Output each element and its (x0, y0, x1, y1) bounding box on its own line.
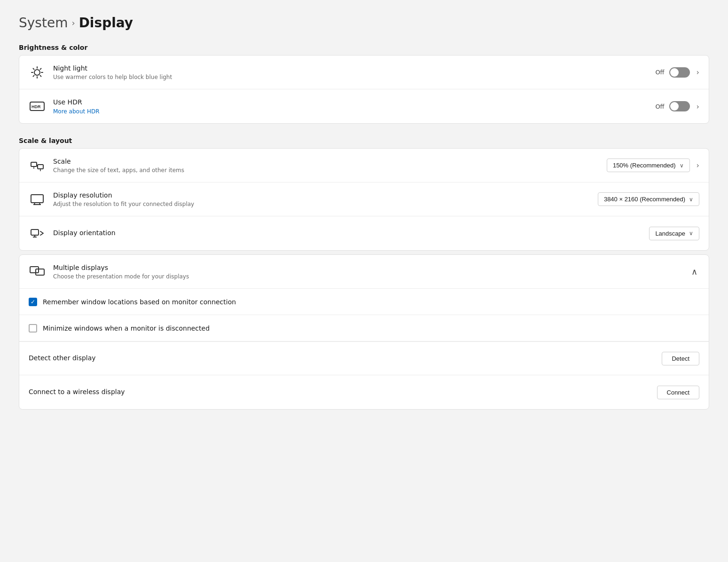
section-label-brightness: Brightness & color (19, 44, 709, 51)
resolution-content: Display resolution Adjust the resolution… (53, 191, 598, 208)
multiple-displays-content: Multiple displays Choose the presentatio… (53, 263, 689, 280)
scale-subtitle: Change the size of text, apps, and other… (53, 167, 607, 174)
remember-window-label: Remember window locations based on monit… (43, 298, 236, 306)
breadcrumb-chevron: › (71, 18, 75, 28)
resolution-dropdown-chevron: ∨ (689, 196, 693, 203)
multiple-displays-header: Multiple displays Choose the presentatio… (19, 255, 709, 289)
hdr-content: Use HDR More about HDR (53, 98, 655, 115)
night-light-content: Night light Use warmer colors to help bl… (53, 64, 655, 81)
scale-content: Scale Change the size of text, apps, and… (53, 157, 607, 174)
orientation-icon (29, 225, 46, 242)
night-light-controls: Off › (655, 67, 699, 78)
svg-line-7 (40, 68, 41, 69)
svg-text:HDR: HDR (31, 104, 41, 109)
hdr-row: HDR Use HDR More about HDR Off › (19, 89, 709, 123)
hdr-controls: Off › (655, 101, 699, 111)
hdr-toggle[interactable] (669, 101, 690, 111)
night-light-row: Night light Use warmer colors to help bl… (19, 55, 709, 89)
orientation-row: Display orientation Landscape ∨ (19, 216, 709, 250)
svg-rect-12 (38, 165, 43, 169)
scale-layout-card: Scale Change the size of text, apps, and… (19, 148, 709, 251)
hdr-title: Use HDR (53, 98, 655, 107)
orientation-dropdown[interactable]: Landscape ∨ (649, 227, 699, 240)
multiple-displays-icon (29, 263, 46, 280)
brightness-color-card: Night light Use warmer colors to help bl… (19, 55, 709, 124)
svg-line-5 (33, 68, 34, 69)
scale-chevron[interactable]: › (697, 161, 699, 170)
svg-rect-23 (36, 269, 44, 275)
section-label-scale: Scale & layout (19, 137, 709, 144)
connect-wireless-content: Connect to a wireless display (29, 388, 657, 397)
resolution-icon (29, 191, 46, 208)
hdr-toggle-label: Off (655, 103, 664, 110)
scale-controls: 150% (Recommended) ∨ › (607, 158, 699, 172)
multiple-displays-title: Multiple displays (53, 263, 689, 273)
minimize-windows-row: Minimize windows when a monitor is disco… (19, 315, 709, 341)
orientation-dropdown-chevron: ∨ (689, 230, 693, 237)
resolution-title: Display resolution (53, 191, 598, 200)
scale-dropdown-chevron: ∨ (680, 162, 684, 169)
hdr-chevron[interactable]: › (697, 102, 699, 111)
remember-window-checkbox[interactable] (29, 298, 37, 306)
page-title: Display (79, 15, 133, 31)
remember-window-row: Remember window locations based on monit… (19, 289, 709, 315)
detect-display-controls: Detect (662, 352, 699, 365)
detect-display-content: Detect other display (29, 354, 662, 363)
minimize-windows-checkbox[interactable] (29, 324, 37, 332)
svg-point-0 (34, 70, 40, 75)
svg-line-8 (33, 75, 34, 76)
multiple-displays-expand-btn[interactable]: ∧ (689, 265, 699, 279)
scale-dropdown-value: 150% (Recommended) (613, 162, 676, 169)
scale-row: Scale Change the size of text, apps, and… (19, 149, 709, 182)
svg-rect-22 (30, 267, 39, 273)
multiple-displays-subtitle: Choose the presentation mode for your di… (53, 273, 689, 280)
detect-display-row: Detect other display Detect (19, 341, 709, 375)
scale-icon (29, 157, 46, 174)
night-light-chevron[interactable]: › (697, 68, 699, 77)
svg-line-6 (40, 75, 41, 76)
resolution-subtitle: Adjust the resolution to fit your connec… (53, 201, 598, 207)
night-light-subtitle: Use warmer colors to help block blue lig… (53, 74, 655, 80)
scale-title: Scale (53, 157, 607, 166)
hdr-link[interactable]: More about HDR (53, 108, 655, 115)
night-light-toggle[interactable] (669, 67, 690, 78)
orientation-content: Display orientation (53, 229, 649, 238)
scale-dropdown[interactable]: 150% (Recommended) ∨ (607, 158, 690, 172)
multiple-displays-expand: ∧ (689, 265, 699, 279)
breadcrumb-system[interactable]: System (19, 15, 68, 31)
svg-rect-11 (31, 162, 37, 166)
resolution-dropdown[interactable]: 3840 × 2160 (Recommended) ∨ (598, 192, 699, 206)
orientation-dropdown-value: Landscape (655, 230, 685, 237)
multiple-displays-section: Multiple displays Choose the presentatio… (19, 254, 709, 410)
resolution-dropdown-value: 3840 × 2160 (Recommended) (604, 196, 685, 203)
connect-wireless-controls: Connect (657, 386, 699, 399)
minimize-windows-label: Minimize windows when a monitor is disco… (43, 325, 210, 332)
night-light-title: Night light (53, 64, 655, 73)
orientation-controls: Landscape ∨ (649, 227, 699, 240)
breadcrumb: System › Display (19, 15, 709, 31)
detect-display-label: Detect other display (29, 354, 662, 363)
svg-rect-15 (31, 195, 43, 203)
orientation-title: Display orientation (53, 229, 649, 238)
connect-wireless-button[interactable]: Connect (657, 386, 699, 399)
resolution-row: Display resolution Adjust the resolution… (19, 182, 709, 216)
connect-wireless-label: Connect to a wireless display (29, 388, 657, 397)
hdr-icon: HDR (29, 98, 46, 115)
detect-display-button[interactable]: Detect (662, 352, 699, 365)
night-light-toggle-label: Off (655, 69, 664, 76)
svg-rect-19 (31, 230, 39, 235)
resolution-controls: 3840 × 2160 (Recommended) ∨ (598, 192, 699, 206)
night-light-icon (29, 64, 46, 81)
connect-wireless-row: Connect to a wireless display Connect (19, 375, 709, 409)
